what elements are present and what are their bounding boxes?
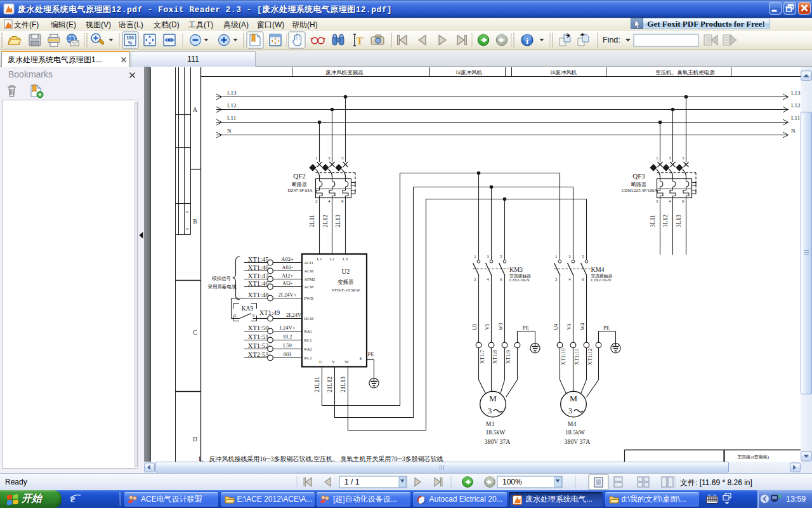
svg-text:L3: L3 xyxy=(343,257,348,262)
svg-text:18.5kW: 18.5kW xyxy=(486,429,506,436)
svg-text:XT1:10: XT1:10 xyxy=(560,349,566,365)
svg-text:5: 5 xyxy=(341,156,344,161)
svg-text:%: % xyxy=(128,40,133,46)
svg-text:9: 9 xyxy=(252,313,255,318)
svg-text:003: 003 xyxy=(284,351,292,358)
svg-text:XT1:49: XT1:49 xyxy=(259,309,280,316)
svg-text:采用屏蔽电缆: 采用屏蔽电缆 xyxy=(208,284,237,290)
svg-text:1: 1 xyxy=(315,156,318,161)
svg-text:C: C xyxy=(193,330,197,336)
svg-text:2#废冲风机: 2#废冲风机 xyxy=(550,69,577,76)
svg-text:L59: L59 xyxy=(283,342,292,349)
svg-text:L13: L13 xyxy=(227,90,237,96)
svg-text:XT1:12: XT1:12 xyxy=(587,349,593,365)
svg-text:CDM1225 3P/160A: CDM1225 3P/160A xyxy=(622,188,658,193)
svg-text:KA9: KA9 xyxy=(242,305,254,312)
svg-text:变频器: 变频器 xyxy=(337,279,354,285)
svg-text:ACM: ACM xyxy=(304,269,314,273)
svg-text:4: 4 xyxy=(669,199,671,204)
svg-text:6: 6 xyxy=(341,199,344,204)
svg-text:XT1:46: XT1:46 xyxy=(248,280,269,287)
svg-text:空压机、臭氧主机柜电源: 空压机、臭氧主机柜电源 xyxy=(655,69,715,76)
svg-text:XT1:48: XT1:48 xyxy=(248,291,269,298)
svg-text:380V 37A: 380V 37A xyxy=(485,438,510,445)
svg-text:Find:: Find: xyxy=(603,36,620,44)
svg-text:21L11: 21L11 xyxy=(314,377,320,392)
svg-text:2: 2 xyxy=(656,199,658,204)
svg-text:M: M xyxy=(570,394,577,403)
svg-text:ACI1: ACI1 xyxy=(304,260,313,265)
svg-text:RC2: RC2 xyxy=(304,356,312,360)
svg-text:ACM: ACM xyxy=(304,284,314,289)
svg-text:6: 6 xyxy=(500,277,502,281)
svg-text:2L24V+: 2L24V+ xyxy=(278,291,297,298)
svg-text:QF3: QF3 xyxy=(632,172,645,180)
svg-text:CJX2-50-N: CJX2-50-N xyxy=(591,277,612,282)
svg-text:100%: 100% xyxy=(502,478,522,486)
svg-text:3L11: 3L11 xyxy=(650,215,656,227)
svg-text:XT1:45: XT1:45 xyxy=(248,256,269,263)
svg-text:U: U xyxy=(319,359,322,364)
svg-text:2L11: 2L11 xyxy=(309,215,315,227)
svg-text:KM4: KM4 xyxy=(591,266,605,273)
svg-text:6: 6 xyxy=(682,199,684,204)
svg-text:3: 3 xyxy=(328,156,331,161)
svg-text:V4: V4 xyxy=(566,324,572,330)
svg-text:10.2: 10.2 xyxy=(283,333,292,340)
svg-text:XT1:51: XT1:51 xyxy=(248,333,269,340)
svg-text:3L12: 3L12 xyxy=(662,215,669,227)
svg-text:2L24V: 2L24V xyxy=(286,312,302,318)
svg-text:M: M xyxy=(489,394,497,403)
svg-text:100: 100 xyxy=(126,36,134,40)
svg-text:18.5kW: 18.5kW xyxy=(565,429,586,436)
svg-text:M: M xyxy=(186,210,188,213)
svg-text:1: 1 xyxy=(474,254,476,258)
svg-text:V: V xyxy=(332,359,335,364)
svg-text:N: N xyxy=(791,128,796,134)
svg-text:RA2: RA2 xyxy=(304,347,312,351)
svg-text:主回路2(变频柜): 主回路2(变频柜) xyxy=(737,454,769,460)
svg-text:L11: L11 xyxy=(227,115,236,121)
svg-text:3: 3 xyxy=(488,406,492,415)
svg-text:3: 3 xyxy=(669,156,671,161)
svg-text:FWD: FWD xyxy=(304,296,314,300)
svg-text:e: e xyxy=(70,493,75,505)
svg-text:3: 3 xyxy=(568,254,570,258)
svg-text:5: 5 xyxy=(682,156,684,161)
svg-text:W4: W4 xyxy=(580,323,586,331)
svg-text:CJX2-50-N: CJX2-50-N xyxy=(509,277,530,282)
svg-text:XT1:52: XT1:52 xyxy=(248,342,269,349)
svg-text:L2: L2 xyxy=(330,257,335,262)
svg-text:RA1: RA1 xyxy=(304,329,312,333)
svg-text:M3: M3 xyxy=(486,420,495,427)
svg-text:W: W xyxy=(344,359,349,364)
svg-text:21L13: 21L13 xyxy=(340,377,346,392)
svg-text:B: B xyxy=(193,218,197,225)
svg-text:L1: L1 xyxy=(317,257,322,262)
svg-text:M4: M4 xyxy=(568,420,577,427)
svg-text:M: M xyxy=(186,227,188,231)
svg-text:5: 5 xyxy=(582,254,584,258)
svg-text:D: D xyxy=(193,436,197,443)
svg-text:2L12: 2L12 xyxy=(322,215,329,227)
svg-text:4: 4 xyxy=(568,277,571,281)
svg-text:U2: U2 xyxy=(342,268,350,275)
svg-text:PE: PE xyxy=(368,351,374,358)
svg-text:DZ47 3P 63A: DZ47 3P 63A xyxy=(287,188,312,193)
svg-text:L12: L12 xyxy=(227,102,237,109)
svg-text:XT1:11: XT1:11 xyxy=(573,349,580,365)
svg-text:A: A xyxy=(193,107,197,113)
svg-text:XT2:53: XT2:53 xyxy=(248,351,269,358)
svg-text:XT1:9: XT1:9 xyxy=(505,350,511,364)
svg-text:3: 3 xyxy=(487,254,488,258)
svg-text:PE: PE xyxy=(603,324,610,331)
svg-text:U3: U3 xyxy=(472,324,478,330)
svg-text:XT1:46: XT1:46 xyxy=(248,264,269,271)
svg-text:4: 4 xyxy=(328,199,331,204)
svg-text:XT1:8: XT1:8 xyxy=(492,350,498,364)
svg-text:L12: L12 xyxy=(791,102,801,109)
svg-text:模拟信号: 模拟信号 xyxy=(212,276,232,281)
svg-text:4: 4 xyxy=(487,277,489,281)
svg-text:V3: V3 xyxy=(485,324,490,330)
svg-text:2: 2 xyxy=(315,199,318,204)
